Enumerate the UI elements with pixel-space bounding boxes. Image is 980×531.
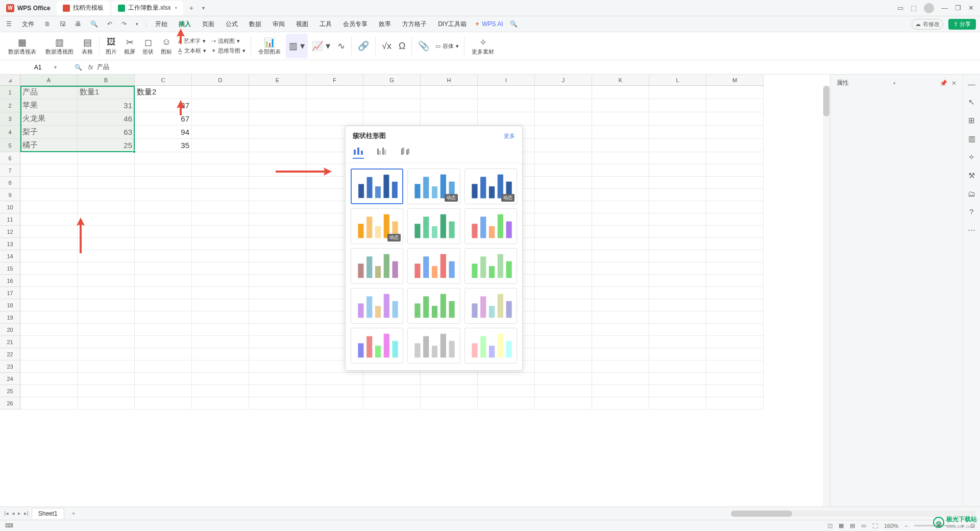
cell[interactable] [192, 336, 249, 348]
cell[interactable] [706, 360, 764, 373]
cell[interactable] [20, 189, 78, 201]
cell[interactable] [192, 139, 249, 152]
cell[interactable] [20, 238, 78, 250]
cell[interactable] [249, 299, 306, 311]
rail-select-icon[interactable]: ↖ [968, 98, 975, 107]
cell[interactable]: 苹果 [20, 99, 78, 112]
cell[interactable] [649, 262, 706, 275]
col-header-D[interactable]: D [192, 75, 249, 86]
cell[interactable] [78, 226, 135, 238]
cell[interactable] [649, 99, 706, 112]
row-header-17[interactable]: 17 [0, 287, 20, 299]
cell[interactable] [192, 152, 249, 164]
ribbon-image[interactable]: 🖼图片 [103, 34, 120, 58]
row-header-24[interactable]: 24 [0, 373, 20, 385]
cell[interactable] [706, 287, 764, 299]
tab-template[interactable]: 找稻壳模板 [57, 1, 110, 15]
cell[interactable] [592, 275, 649, 287]
qat-save-icon[interactable]: 🖫 [58, 19, 68, 29]
cell[interactable] [363, 99, 421, 112]
cell[interactable] [649, 385, 706, 397]
cell[interactable] [249, 324, 306, 336]
window-minimize-icon[interactable]: — [941, 4, 948, 12]
cell[interactable] [306, 385, 363, 397]
cell[interactable] [649, 287, 706, 299]
cell[interactable] [249, 287, 306, 299]
cell[interactable] [535, 238, 592, 250]
cell[interactable] [592, 336, 649, 348]
cell[interactable] [20, 152, 78, 164]
col-header-F[interactable]: F [306, 75, 363, 86]
cell[interactable] [649, 275, 706, 287]
qat-new-icon[interactable]: 🗎 [42, 19, 53, 29]
view-cards-icon[interactable]: ◫ [827, 522, 832, 529]
cell[interactable] [706, 201, 764, 213]
cell[interactable] [649, 201, 706, 213]
row-headers[interactable]: 1234567891011121314151617181920212223242… [0, 86, 20, 409]
cell[interactable] [192, 250, 249, 262]
cell[interactable] [20, 262, 78, 275]
cell[interactable] [706, 177, 764, 189]
ribbon-table[interactable]: ▤表格 [79, 34, 96, 58]
cell[interactable] [706, 86, 764, 99]
cell[interactable] [649, 126, 706, 139]
cell[interactable] [78, 201, 135, 213]
cell[interactable] [306, 86, 363, 99]
cell[interactable] [249, 189, 306, 201]
cell[interactable] [249, 177, 306, 189]
cell[interactable] [135, 152, 192, 164]
cell[interactable] [78, 324, 135, 336]
vertical-scrollbar[interactable] [823, 86, 830, 506]
qat-print-icon[interactable]: 🖶 [73, 19, 83, 29]
cell[interactable] [478, 86, 535, 99]
cell[interactable] [592, 324, 649, 336]
ribbon-line-chart[interactable]: 📈 ▾ [309, 34, 333, 58]
cell[interactable] [649, 213, 706, 226]
cell[interactable] [706, 112, 764, 126]
cell[interactable]: 63 [78, 126, 135, 139]
view-page-icon[interactable]: ▤ [850, 522, 855, 529]
cell[interactable] [706, 324, 764, 336]
cell[interactable] [592, 287, 649, 299]
tab-file-active[interactable]: 工作簿数量.xlsx • [112, 1, 183, 15]
cell[interactable] [249, 385, 306, 397]
cell[interactable] [192, 324, 249, 336]
cell[interactable] [249, 397, 306, 409]
cell[interactable] [249, 226, 306, 238]
cell[interactable]: 46 [78, 112, 135, 126]
col-header-G[interactable]: G [363, 75, 421, 86]
cell[interactable] [363, 86, 421, 99]
cell[interactable] [135, 201, 192, 213]
cell[interactable]: 94 [135, 126, 192, 139]
cell[interactable] [249, 360, 306, 373]
chart-template-7[interactable] [407, 248, 460, 284]
chart-template-2[interactable]: 动态 [464, 168, 517, 204]
row-header-25[interactable]: 25 [0, 385, 20, 397]
cell[interactable] [421, 112, 478, 126]
qat-redo-icon[interactable]: ↷ [119, 19, 129, 29]
cell[interactable] [706, 164, 764, 177]
cell[interactable] [478, 397, 535, 409]
cell[interactable] [78, 262, 135, 275]
cell[interactable] [135, 397, 192, 409]
cell[interactable] [535, 262, 592, 275]
cell[interactable] [706, 275, 764, 287]
cell[interactable] [306, 373, 363, 385]
ribbon-pivot-table[interactable]: ▦数据透视表 [4, 34, 40, 58]
row-header-10[interactable]: 10 [0, 201, 20, 213]
cell[interactable] [192, 164, 249, 177]
menu-tools[interactable]: 工具 [316, 18, 335, 31]
fill-handle[interactable] [133, 150, 136, 153]
view-normal-icon[interactable]: ▦ [839, 522, 844, 529]
cell[interactable]: 火龙果 [20, 112, 78, 126]
cell[interactable] [192, 299, 249, 311]
cell[interactable] [706, 238, 764, 250]
cell[interactable] [249, 112, 306, 126]
sheet-nav-prev[interactable]: ◂ [12, 510, 15, 517]
menu-start[interactable]: 开始 [152, 18, 170, 31]
col-header-C[interactable]: C [135, 75, 192, 86]
cell[interactable] [535, 275, 592, 287]
cell[interactable] [78, 385, 135, 397]
row-header-4[interactable]: 4 [0, 126, 20, 139]
cell[interactable] [363, 373, 421, 385]
